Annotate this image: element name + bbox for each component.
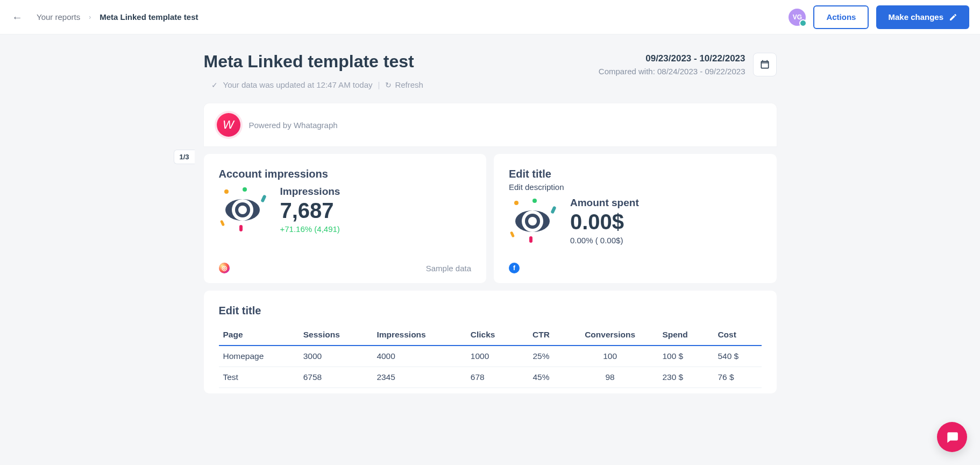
content: Meta Linked template test ✓ Your data wa… <box>204 34 777 393</box>
table-header[interactable]: CTR <box>520 325 562 346</box>
refresh-label: Refresh <box>395 80 423 89</box>
topbar-right: VG Actions Make changes <box>789 5 969 29</box>
table-cell: 678 <box>466 367 520 388</box>
metric-row: Amount spent 0.00$ 0.00% ( 0.00$) <box>509 197 762 245</box>
breadcrumb: Your reports › Meta Linked template test <box>37 12 198 22</box>
page-indicator[interactable]: 1/3 <box>174 150 195 164</box>
widget-amount-spent[interactable]: Edit title Edit description Amount spent… <box>494 154 777 283</box>
table-cell: 25% <box>520 346 562 367</box>
canvas-header: W Powered by Whatagraph <box>204 103 777 146</box>
breadcrumb-root[interactable]: Your reports <box>37 12 80 22</box>
table-cell: Homepage <box>219 346 299 367</box>
actions-button[interactable]: Actions <box>813 5 869 29</box>
topbar: ← Your reports › Meta Linked template te… <box>0 0 980 34</box>
brand-logo-icon: W <box>217 113 240 137</box>
metric-row: Impressions 7,687 +71.16% (4,491) <box>219 186 472 234</box>
facebook-icon: f <box>509 263 520 273</box>
widget-title: Account impressions <box>219 168 472 180</box>
table-header[interactable]: Spend <box>658 325 713 346</box>
table-cell: 100 <box>562 346 658 367</box>
table-cell: 100 $ <box>658 346 713 367</box>
back-arrow-icon[interactable]: ← <box>9 10 26 25</box>
metric-label: Impressions <box>280 186 340 198</box>
table-header[interactable]: Page <box>219 325 299 346</box>
widget-title: Edit title <box>219 305 762 317</box>
widget-table[interactable]: Edit title Page Sessions Impressions Cli… <box>204 291 777 393</box>
widget-description: Edit description <box>509 182 762 192</box>
make-changes-label: Make changes <box>888 12 943 22</box>
date-picker-button[interactable] <box>753 53 777 76</box>
data-status-text: Your data was updated at 12:47 AM today <box>223 80 373 89</box>
table-header[interactable]: Impressions <box>372 325 466 346</box>
sample-data-label: Sample data <box>426 264 471 273</box>
table-cell: 98 <box>562 367 658 388</box>
table-cell: 2345 <box>372 367 466 388</box>
table-row[interactable]: Test 6758 2345 678 45% 98 230 $ 76 $ <box>219 367 762 388</box>
table-cell: 6758 <box>299 367 373 388</box>
metric-text: Amount spent 0.00$ 0.00% ( 0.00$) <box>570 197 639 245</box>
compared-with-label: Compared with: <box>599 67 655 76</box>
chevron-right-icon: › <box>89 13 91 21</box>
actions-button-label: Actions <box>826 12 856 22</box>
widgets-row: Account impressions Impressions 7,687 +7… <box>204 154 777 283</box>
metric-change: +71.16% (4,491) <box>280 224 340 234</box>
table-cell: 230 $ <box>658 367 713 388</box>
metric-change: 0.00% ( 0.00$) <box>570 236 639 245</box>
table-header[interactable]: Conversions <box>562 325 658 346</box>
pencil-icon <box>949 13 957 22</box>
eye-sparkle-icon <box>509 200 556 243</box>
metric-value: 7,687 <box>280 199 340 222</box>
table-cell: Test <box>219 367 299 388</box>
metric-label: Amount spent <box>570 197 639 209</box>
table-cell: 4000 <box>372 346 466 367</box>
check-icon: ✓ <box>211 81 218 89</box>
refresh-icon: ↻ <box>385 81 392 89</box>
widget-footer: f <box>509 263 762 273</box>
widget-impressions[interactable]: Account impressions Impressions 7,687 +7… <box>204 154 487 283</box>
divider: | <box>378 80 380 89</box>
table-cell: 1000 <box>466 346 520 367</box>
report-canvas: 1/3 W Powered by Whatagraph Account impr… <box>204 103 777 393</box>
page-title: Meta Linked template test <box>204 52 423 72</box>
table-row[interactable]: Homepage 3000 4000 1000 25% 100 100 $ 54… <box>219 346 762 367</box>
date-range-text: 09/23/2023 - 10/22/2023 Compared with: 0… <box>599 52 745 78</box>
table-cell: 540 $ <box>713 346 761 367</box>
data-status-row: ✓ Your data was updated at 12:47 AM toda… <box>204 80 423 89</box>
metric-value: 0.00$ <box>570 210 639 234</box>
avatar[interactable]: VG <box>789 9 806 26</box>
metric-text: Impressions 7,687 +71.16% (4,491) <box>280 186 340 234</box>
eye-sparkle-icon <box>219 188 266 231</box>
chat-icon <box>945 430 959 444</box>
table-cell: 3000 <box>299 346 373 367</box>
table-cell: 76 $ <box>713 367 761 388</box>
table-header[interactable]: Cost <box>713 325 761 346</box>
date-range-block: 09/23/2023 - 10/22/2023 Compared with: 0… <box>599 52 777 78</box>
widget-title: Edit title <box>509 168 762 180</box>
refresh-button[interactable]: ↻ Refresh <box>385 80 423 89</box>
topbar-left: ← Your reports › Meta Linked template te… <box>9 10 198 25</box>
compared-range: 08/24/2023 - 09/22/2023 <box>657 67 745 76</box>
make-changes-button[interactable]: Make changes <box>876 5 969 29</box>
table-header[interactable]: Clicks <box>466 325 520 346</box>
date-range-main: 09/23/2023 - 10/22/2023 <box>599 52 745 66</box>
powered-by-text: Powered by Whatagraph <box>249 121 338 130</box>
page-header: Meta Linked template test ✓ Your data wa… <box>204 52 777 89</box>
widget-footer: ◎ Sample data <box>219 263 472 273</box>
help-chat-button[interactable] <box>937 422 967 452</box>
data-table: Page Sessions Impressions Clicks CTR Con… <box>219 325 762 388</box>
table-cell: 45% <box>520 367 562 388</box>
table-header-row: Page Sessions Impressions Clicks CTR Con… <box>219 325 762 346</box>
instagram-icon: ◎ <box>219 263 230 273</box>
table-header[interactable]: Sessions <box>299 325 373 346</box>
breadcrumb-current: Meta Linked template test <box>100 12 198 22</box>
calendar-icon <box>759 59 770 70</box>
date-range-compared: Compared with: 08/24/2023 - 09/22/2023 <box>599 66 745 78</box>
page-header-left: Meta Linked template test ✓ Your data wa… <box>204 52 423 89</box>
